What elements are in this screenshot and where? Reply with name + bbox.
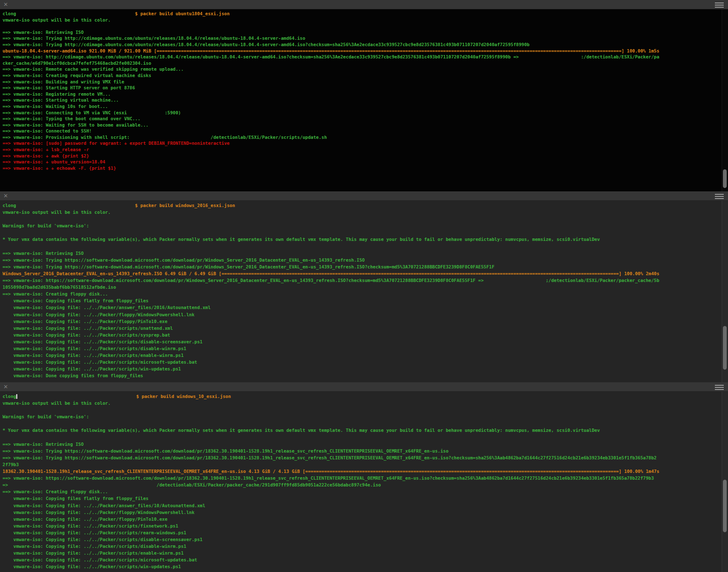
terminal-line: vmware-iso output will be in this color.	[3, 400, 720, 406]
terminal-pane-windows2016: ✕ clong $ packer build windows_2016_esxi…	[0, 191, 728, 382]
terminal-line: vmware-iso: Copying file: ../../Packer/s…	[3, 365, 720, 372]
terminal-line: ==> vmware-iso: Remote cache was verifie…	[3, 66, 720, 72]
terminal-line: vmware-iso: Copying files flatly from fl…	[3, 297, 720, 304]
terminal-lines: clong $ packer build ubuntu1804_esxi.jso…	[3, 11, 720, 171]
terminal-line: * Your vmx data contains the following v…	[3, 236, 720, 243]
terminal-line: cker_cache/e6d790e1cf0dcbca7fefef75468ac…	[3, 60, 720, 66]
terminal-line: vmware-iso: Copying file: ../../Packer/s…	[3, 543, 720, 550]
terminal-line	[3, 229, 720, 236]
scrollbar	[722, 392, 728, 572]
terminal-pane-ubuntu1804: ✕ clong $ packer build ubuntu1804_esxi.j…	[0, 0, 728, 191]
menu-icon[interactable]	[715, 194, 724, 199]
terminal-line: vmware-iso: Copying file: ../../Packer/f…	[3, 509, 720, 516]
terminal-line: ==> vmware-iso: Retrieving ISO	[3, 250, 720, 257]
menu-icon[interactable]	[715, 3, 724, 8]
terminal-line: Warnings for build 'vmware-iso':	[3, 222, 720, 229]
terminal-line: * Your vmx data contains the following v…	[3, 427, 720, 434]
close-icon[interactable]: ✕	[3, 383, 8, 391]
terminal-line: ==> vmware-iso: http://cdimage.ubuntu.co…	[3, 54, 720, 60]
terminal-line: ==> vmware-iso: Starting HTTP server on …	[3, 85, 720, 91]
pane-titlebar: ✕	[0, 382, 728, 392]
terminal-line	[3, 420, 720, 427]
terminal-pane-windows10: ✕ clong $ packer build windows_10_esxi.j…	[0, 382, 728, 572]
terminal-line: ==> vmware-iso: Trying http://cdimage.ub…	[3, 35, 720, 41]
terminal-lines: clong $ packer build windows_10_esxi.jso…	[3, 393, 720, 570]
terminal-line: vmware-iso: Copying file: ../../Packer/s…	[3, 345, 720, 352]
terminal-line: vmware-iso: Copying files flatly from fl…	[3, 495, 720, 502]
terminal-line: ==> vmware-iso: Creating floppy disk...	[3, 290, 720, 297]
terminal-lines: clong $ packer build windows_2016_esxi.j…	[3, 202, 720, 379]
terminal-line: 2f79b3	[3, 461, 720, 468]
terminal-line: => /detectionlab/ESXi/Packer/packer_cach…	[3, 481, 720, 488]
scrollbar	[722, 201, 728, 382]
terminal-line	[3, 434, 720, 441]
terminal-output[interactable]: clong $ packer build windows_2016_esxi.j…	[0, 201, 728, 382]
terminal-line: ==> vmware-iso: Connecting to VM via VNC…	[3, 110, 720, 116]
terminal-line: vmware-iso: Copying file: ../../Packer/s…	[3, 529, 720, 536]
terminal-line: vmware-iso: Copying file: ../../Packer/s…	[3, 325, 720, 332]
terminal-line: 1055098d7ba8d2d635babf6bb76518512afbde.i…	[3, 284, 720, 290]
terminal-line: vmware-iso output will be in this color.	[3, 17, 720, 23]
close-icon[interactable]: ✕	[3, 1, 8, 8]
scrollbar-thumb[interactable]	[723, 326, 727, 370]
terminal-line: ==> vmware-iso: Trying https://software-…	[3, 448, 720, 454]
terminal-line: ==> vmware-iso: Provisioning with shell …	[3, 134, 720, 141]
scrollbar-thumb[interactable]	[723, 169, 727, 188]
terminal-line: ==> vmware-iso: Waiting for SSH to becom…	[3, 122, 720, 128]
terminal-line: vmware-iso: Copying file: ../../Packer/s…	[3, 332, 720, 338]
terminal-line: ==> vmware-iso: Creating required virtua…	[3, 72, 720, 79]
terminal-line: vmware-iso output will be in this color.	[3, 209, 720, 216]
terminal-line: clong $ packer build windows_2016_esxi.j…	[3, 202, 720, 209]
terminal-line	[3, 23, 720, 29]
terminal-line: ==> vmware-iso: + + echoawk -F. {print $…	[3, 165, 720, 171]
scrollbar-thumb[interactable]	[723, 480, 727, 532]
terminal-line	[3, 406, 720, 413]
terminal-line: vmware-iso: Copying file: ../../Packer/s…	[3, 338, 720, 345]
terminal-line: ==> vmware-iso: + awk {print $2}	[3, 153, 720, 159]
terminal-line: ==> vmware-iso: [sudo] password for vagr…	[3, 140, 720, 146]
pane-titlebar: ✕	[0, 191, 728, 201]
terminal-line: ==> vmware-iso: Waiting 10s for boot...	[3, 103, 720, 110]
terminal-line: ==> vmware-iso: Registering remote VM...	[3, 91, 720, 97]
terminal-line: vmware-iso: Copying file: ../../Packer/s…	[3, 536, 720, 543]
terminal-line: vmware-iso: Done copying files from flop…	[3, 372, 720, 379]
terminal-line: ==> vmware-iso: Trying https://software-…	[3, 263, 720, 270]
terminal-output[interactable]: clong $ packer build windows_10_esxi.jso…	[0, 392, 728, 572]
terminal-line: vmware-iso: Copying file: ../../Packer/a…	[3, 502, 720, 509]
terminal-multiplexer: ✕ clong $ packer build ubuntu1804_esxi.j…	[0, 0, 728, 572]
terminal-line: ==> vmware-iso: Building and writing VMX…	[3, 79, 720, 85]
terminal-line: ==> vmware-iso: Typing the boot command …	[3, 116, 720, 122]
terminal-line: ==> vmware-iso: Retrieving ISO	[3, 441, 720, 448]
terminal-line: ==> vmware-iso: Connected to SSH!	[3, 128, 720, 134]
terminal-line: clong $ packer build windows_10_esxi.jso…	[3, 393, 720, 400]
terminal-line: vmware-iso: Copying file: ../../Packer/f…	[3, 311, 720, 318]
terminal-output[interactable]: clong $ packer build ubuntu1804_esxi.jso…	[0, 9, 728, 191]
menu-icon[interactable]	[715, 385, 724, 390]
terminal-line: vmware-iso: Copying file: ../../Packer/s…	[3, 522, 720, 529]
terminal-line: vmware-iso: Copying file: ../../Packer/s…	[3, 563, 720, 570]
terminal-line: vmware-iso: Copying file: ../../Packer/f…	[3, 516, 720, 522]
close-icon[interactable]: ✕	[3, 192, 8, 200]
pane-titlebar: ✕	[0, 0, 728, 9]
terminal-line: vmware-iso: Copying file: ../../Packer/s…	[3, 352, 720, 359]
terminal-line: vmware-iso: Copying file: ../../Packer/s…	[3, 359, 720, 365]
terminal-line: ==> vmware-iso: Creating floppy disk...	[3, 488, 720, 495]
terminal-line: ==> vmware-iso: Retrieving ISO	[3, 29, 720, 36]
terminal-line: vmware-iso: Copying file: ../../Packer/a…	[3, 304, 720, 311]
terminal-line: vmware-iso: Copying file: ../../Packer/f…	[3, 318, 720, 325]
terminal-line: vmware-iso: Copying file: ../../Packer/s…	[3, 550, 720, 556]
terminal-line: ==> vmware-iso: + ubuntu_version=18.04	[3, 159, 720, 165]
scrollbar	[722, 9, 728, 191]
terminal-line: ==> vmware-iso: Trying https://software-…	[3, 257, 720, 263]
terminal-line: Warnings for build 'vmware-iso':	[3, 413, 720, 420]
terminal-line	[3, 243, 720, 250]
terminal-line: ==> vmware-iso: Trying https://software-…	[3, 454, 720, 461]
terminal-line: ==> vmware-iso: https://software-downloa…	[3, 475, 720, 481]
terminal-line: clong $ packer build ubuntu1804_esxi.jso…	[3, 11, 720, 17]
terminal-line: vmware-iso: Copying file: ../../Packer/s…	[3, 556, 720, 563]
terminal-line: 18362.30.190401-1528.19h1_release_svc_re…	[3, 468, 720, 475]
terminal-line: ==> vmware-iso: Trying http://cdimage.ub…	[3, 41, 720, 48]
terminal-line: ubuntu-18.04.4-server-amd64.iso 921.00 M…	[3, 48, 720, 54]
terminal-line: ==> vmware-iso: + lsb_release -r	[3, 146, 720, 153]
terminal-line: ==> vmware-iso: Starting virtual machine…	[3, 97, 720, 103]
